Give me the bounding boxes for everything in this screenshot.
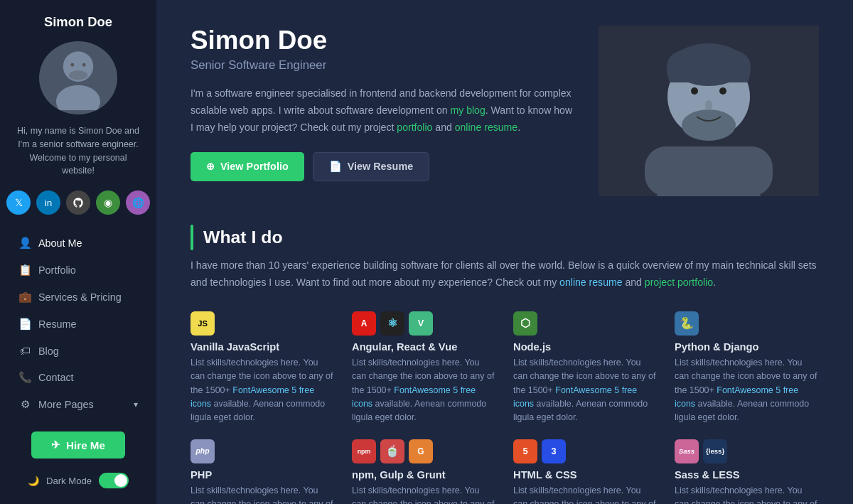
site-title: Simon Doe xyxy=(44,14,112,30)
skill-name-sass: Sass & LESS xyxy=(675,469,819,481)
social-globe-icon[interactable]: 🌐 xyxy=(126,191,150,215)
hero-text: Simon Doe Senior Software Engineer I'm a… xyxy=(191,26,576,181)
sidebar-item-services-label: Services & Pricing xyxy=(38,291,122,303)
dark-mode-label: Dark Mode xyxy=(46,476,92,486)
skill-card-npm: npm 🍵 G npm, Gulp & Grunt List skills/te… xyxy=(352,439,496,504)
sidebar-item-blog[interactable]: 🏷 Blog xyxy=(9,338,148,363)
svg-point-11 xyxy=(719,87,726,95)
skills-grid: JS Vanilla JavaScript List skills/techno… xyxy=(191,311,819,504)
skill-card-node: ⬡ Node.js List skills/technologies here.… xyxy=(513,311,658,425)
view-portfolio-button[interactable]: ⊕ View Portfolio xyxy=(191,152,304,181)
sidebar-item-about[interactable]: 👤 About Me xyxy=(9,230,148,256)
more-chevron-icon: ▾ xyxy=(134,400,138,409)
grunt-icon: G xyxy=(409,439,433,463)
online-resume-link[interactable]: online resume xyxy=(559,277,622,288)
sidebar-item-blog-label: Blog xyxy=(38,345,59,357)
portfolio-icon: 📋 xyxy=(18,264,31,277)
skill-card-sass: Sass {less} Sass & LESS List skills/tech… xyxy=(675,439,819,504)
svg-point-4 xyxy=(69,70,87,80)
social-twitter-icon[interactable]: 𝕏 xyxy=(6,191,31,215)
skill-desc-js: List skills/technologies here. You can c… xyxy=(191,356,335,425)
sidebar-item-contact[interactable]: 📞 Contact xyxy=(9,365,148,390)
skill-name-node: Node.js xyxy=(513,341,658,353)
fa-link-node[interactable]: FontAwesome 5 free icons xyxy=(513,385,637,409)
hero-photo xyxy=(599,26,819,196)
skill-desc-sass: List skills/technologies here. You can c… xyxy=(675,484,819,504)
svg-point-1 xyxy=(56,85,100,109)
fa-link-arv[interactable]: FontAwesome 5 free icons xyxy=(352,385,476,409)
project-portfolio-link[interactable]: project portfolio xyxy=(645,277,713,288)
resume-link[interactable]: online resume xyxy=(455,122,517,133)
python-icon: 🐍 xyxy=(675,311,699,336)
hire-me-button[interactable]: ✈ Hire Me xyxy=(31,431,125,459)
sidebar-nav: 👤 About Me 📋 Portfolio 💼 Services & Pric… xyxy=(0,230,156,419)
sidebar-item-services[interactable]: 💼 Services & Pricing xyxy=(9,284,148,310)
sidebar-bio: Hi, my name is Simon Doe and I'm a senio… xyxy=(0,124,156,178)
npm-icon: npm xyxy=(352,439,376,463)
skill-name-php: PHP xyxy=(191,469,335,481)
skill-name-js: Vanilla JavaScript xyxy=(191,341,335,353)
react-icon: ⚛ xyxy=(380,311,404,336)
skill-name-arv: Angular, React & Vue xyxy=(352,341,496,353)
social-github-icon[interactable] xyxy=(66,191,90,215)
social-npm-icon[interactable]: ◉ xyxy=(96,191,120,215)
hero-bio: I'm a software engineer specialised in f… xyxy=(191,85,576,136)
about-icon: 👤 xyxy=(18,237,31,250)
resume-icon: 📄 xyxy=(18,318,31,331)
hero-buttons: ⊕ View Portfolio 📄 View Resume xyxy=(191,152,576,181)
html5-icon: 5 xyxy=(513,439,537,463)
resume-btn-icon: 📄 xyxy=(329,161,342,173)
services-icon: 💼 xyxy=(18,291,31,304)
view-resume-button[interactable]: 📄 View Resume xyxy=(313,152,430,181)
sidebar-item-more[interactable]: ⚙ More Pages ▾ xyxy=(9,392,148,417)
portfolio-link[interactable]: portfolio xyxy=(397,122,432,133)
main-content: Simon Doe Senior Software Engineer I'm a… xyxy=(156,0,853,504)
skill-desc-html: List skills/technologies here. You can c… xyxy=(513,484,658,504)
resume-btn-label: View Resume xyxy=(348,161,414,172)
fa-link-python[interactable]: FontAwesome 5 free icons xyxy=(675,385,798,409)
hero-name: Simon Doe xyxy=(191,26,576,55)
skill-desc-node: List skills/technologies here. You can c… xyxy=(513,356,658,425)
social-icons: 𝕏 in ◉ 🌐 xyxy=(6,191,150,215)
php-icon: php xyxy=(191,439,215,463)
sass-icon: Sass xyxy=(675,439,699,463)
hero-section: Simon Doe Senior Software Engineer I'm a… xyxy=(191,26,819,196)
sidebar-item-resume-label: Resume xyxy=(38,318,77,330)
avatar xyxy=(39,41,117,114)
dark-mode-icon: 🌙 xyxy=(28,476,39,486)
skill-desc-npm: List skills/technologies here. You can c… xyxy=(352,484,496,504)
angular-icon: A xyxy=(352,311,376,336)
contact-icon: 📞 xyxy=(18,371,31,384)
fa-link-js[interactable]: FontAwesome 5 free icons xyxy=(191,385,314,409)
section-title-wrap: What I do xyxy=(191,225,819,250)
hire-me-icon: ✈ xyxy=(51,439,60,451)
sidebar-item-resume[interactable]: 📄 Resume xyxy=(9,311,148,337)
toggle-knob xyxy=(114,474,127,487)
skill-name-python: Python & Django xyxy=(675,341,819,353)
sidebar-item-portfolio-label: Portfolio xyxy=(38,264,76,276)
portfolio-btn-icon: ⊕ xyxy=(206,161,215,172)
skill-card-js: JS Vanilla JavaScript List skills/techno… xyxy=(191,311,335,425)
gulp-icon: 🍵 xyxy=(380,439,404,463)
skills-section: What I do I have more than 10 years' exp… xyxy=(191,225,819,504)
sidebar-item-portfolio[interactable]: 📋 Portfolio xyxy=(9,257,148,283)
svg-point-2 xyxy=(70,63,74,66)
skill-card-arv: A ⚛ V Angular, React & Vue List skills/t… xyxy=(352,311,496,425)
dark-mode-toggle[interactable] xyxy=(99,473,129,488)
more-icon: ⚙ xyxy=(18,398,31,411)
blog-icon: 🏷 xyxy=(18,345,31,357)
vue-icon: V xyxy=(409,311,433,336)
sidebar-item-contact-label: Contact xyxy=(38,372,74,383)
svg-point-12 xyxy=(705,100,712,110)
social-linkedin-icon[interactable]: in xyxy=(36,191,60,215)
sidebar-item-about-label: About Me xyxy=(38,237,82,249)
skill-icons-sass: Sass {less} xyxy=(675,439,819,463)
skill-icons-node: ⬡ xyxy=(513,311,658,336)
blog-link[interactable]: my blog xyxy=(450,104,485,116)
skills-section-title: What I do xyxy=(203,227,283,247)
sidebar: Simon Doe Hi, my name is Simon Doe and I… xyxy=(0,0,156,504)
js-icon: JS xyxy=(191,311,215,336)
node-icon: ⬡ xyxy=(513,311,537,336)
css3-icon: 3 xyxy=(542,439,566,463)
sidebar-item-more-label: More Pages xyxy=(38,399,94,410)
